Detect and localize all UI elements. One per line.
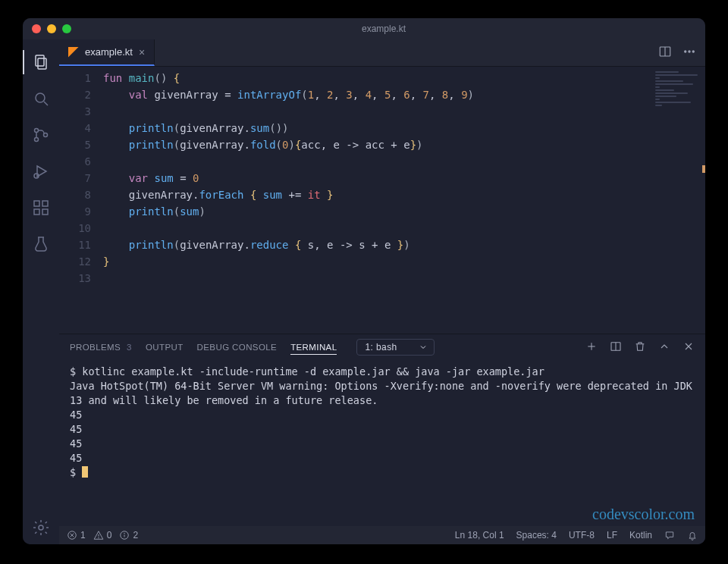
svg-point-18 [689,50,690,52]
source-control-icon[interactable] [23,118,59,152]
svg-point-14 [39,525,43,530]
status-info[interactable]: 2 [119,530,138,540]
svg-point-33 [124,533,125,534]
problems-label: PROBLEMS [70,343,121,352]
svg-rect-12 [42,201,48,206]
svg-rect-0 [36,55,44,66]
chevron-down-icon [419,343,428,352]
watermark: codevscolor.com [59,504,705,526]
new-terminal-icon[interactable] [585,340,598,354]
line-number-gutter: 12345678910111213 [59,70,103,334]
tab-output[interactable]: OUTPUT [146,343,184,352]
status-errors[interactable]: 1 [67,530,86,540]
minimap[interactable] [652,67,705,334]
maximize-panel-icon[interactable] [658,340,670,354]
svg-rect-9 [34,201,39,206]
tab-terminal[interactable]: TERMINAL [290,343,337,355]
settings-gear-icon[interactable] [23,511,59,544]
status-encoding[interactable]: UTF-8 [569,530,595,540]
activity-bar [23,39,59,544]
status-warnings[interactable]: 0 [93,530,112,540]
editor-window: example.kt [23,18,705,544]
feedback-icon[interactable] [664,530,675,540]
tab-problems[interactable]: PROBLEMS 3 [70,343,132,352]
tab-label: example.kt [85,46,133,58]
main-area: example.kt × 12345678910111213 fun main(… [59,39,705,544]
close-panel-icon[interactable] [682,340,695,354]
notifications-icon[interactable] [687,530,698,540]
status-eol[interactable]: LF [607,530,617,540]
kotlin-file-icon [68,47,79,58]
testing-icon[interactable] [23,227,59,261]
problems-count: 3 [127,343,132,352]
code-editor[interactable]: 12345678910111213 fun main() { val given… [59,67,652,334]
code-content[interactable]: fun main() { val givenArray = intArrayOf… [103,70,652,334]
zoom-window-icon[interactable] [62,24,71,33]
tab-bar: example.kt × [59,39,705,67]
search-icon[interactable] [23,82,59,115]
window-title: example.kt [71,24,696,34]
tab-example-kt[interactable]: example.kt × [59,39,155,66]
terminal-selector-dropdown[interactable]: 1: bash [356,339,434,356]
tab-debug-console[interactable]: DEBUG CONSOLE [197,343,278,352]
svg-point-30 [98,537,99,538]
panel-tab-bar: PROBLEMS 3 OUTPUT DEBUG CONSOLE TERMINAL… [59,334,705,360]
editor-actions [649,39,705,66]
kill-terminal-icon[interactable] [634,340,646,354]
svg-point-2 [36,93,45,102]
svg-point-17 [685,50,686,52]
close-tab-icon[interactable]: × [139,46,145,58]
more-actions-icon[interactable] [682,45,696,61]
close-window-icon[interactable] [32,24,41,33]
svg-point-19 [692,50,694,52]
run-debug-icon[interactable] [23,155,59,188]
minimize-window-icon[interactable] [47,24,56,33]
title-bar: example.kt [23,18,705,39]
svg-point-6 [44,133,48,137]
svg-line-3 [44,102,48,105]
terminal-output[interactable]: $ kotlinc example.kt -include-runtime -d… [59,360,705,504]
svg-point-4 [35,129,39,133]
status-cursor-position[interactable]: Ln 18, Col 1 [455,530,504,540]
svg-rect-11 [42,209,48,215]
status-language[interactable]: Kotlin [629,530,652,540]
status-indentation[interactable]: Spaces: 4 [516,530,557,540]
split-editor-icon[interactable] [658,45,672,61]
terminal-selector-label: 1: bash [365,342,397,352]
svg-rect-1 [38,58,46,69]
svg-rect-10 [34,209,39,215]
svg-point-5 [35,138,39,142]
bottom-panel: PROBLEMS 3 OUTPUT DEBUG CONSOLE TERMINAL… [59,334,705,526]
extensions-icon[interactable] [23,191,59,224]
traffic-lights [32,24,71,33]
explorer-icon[interactable] [23,45,59,79]
split-terminal-icon[interactable] [610,340,622,354]
status-bar: 1 0 2 Ln 18, Col 1 Spaces: 4 UTF-8 LF [59,526,705,544]
